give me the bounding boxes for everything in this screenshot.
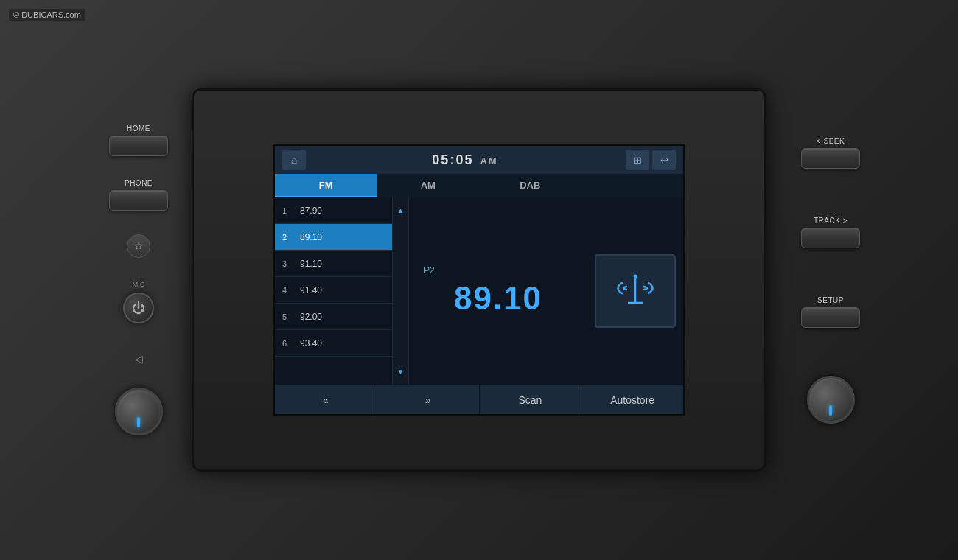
track-btn-group: TRACK >: [801, 217, 860, 248]
radio-tabs: FM AM DAB: [275, 174, 683, 197]
setup-label: SETUP: [817, 296, 844, 304]
home-btn-group: HOME: [109, 125, 168, 156]
mic-label: MIC: [133, 281, 145, 288]
clock-time: 05:05: [432, 153, 473, 167]
rewind-button[interactable]: «: [275, 385, 377, 414]
left-knob-container: [115, 388, 163, 435]
setup-btn-group: SETUP: [801, 296, 860, 328]
topbar-icons: ⊞ ↩: [626, 150, 676, 170]
track-button[interactable]: [801, 228, 860, 248]
preset-freq-5: 92.00: [300, 312, 322, 322]
phone-label: PHONE: [125, 179, 153, 187]
tab-fm[interactable]: FM: [275, 174, 377, 197]
grid-view-button[interactable]: ⊞: [626, 150, 649, 170]
right-knob[interactable]: [807, 376, 855, 424]
scroll-up-button[interactable]: ▲: [394, 203, 408, 217]
car-panel: © DUBICARS.com HOME PHONE ☆ MIC ⏻ ◁: [0, 0, 958, 560]
back-icon: ↩: [660, 155, 668, 166]
preset-list: 1 87.90 2 89.10 3 91.10 4 91.40: [275, 197, 393, 385]
grid-icon: ⊞: [634, 155, 642, 166]
preset-freq-1: 87.90: [300, 206, 322, 216]
phone-button[interactable]: [109, 190, 168, 211]
power-area: MIC ⏻: [123, 281, 154, 323]
seek-button[interactable]: [801, 148, 860, 169]
home-icon: ⌂: [291, 154, 297, 166]
screen-bezel: ⌂ 05:05 AM ⊞ ↩ FM AM: [273, 144, 685, 416]
volume-label: ◁: [135, 353, 143, 365]
station-frequency-display: 89.10: [454, 280, 542, 317]
preset-freq-3: 91.10: [300, 259, 322, 269]
home-button[interactable]: [109, 136, 168, 156]
right-buttons: < SEEK TRACK > SETUP: [801, 91, 860, 469]
station-preset-label: P2: [424, 265, 435, 276]
screen-topbar: ⌂ 05:05 AM ⊞ ↩: [275, 146, 683, 174]
home-label: HOME: [127, 125, 150, 133]
right-knob-container: [807, 376, 855, 424]
tab-dab[interactable]: DAB: [479, 174, 581, 197]
preset-freq-6: 93.40: [300, 338, 322, 349]
signal-icon: [613, 266, 657, 317]
scroll-down-button[interactable]: ▼: [394, 365, 408, 379]
preset-num-4: 4: [282, 286, 294, 295]
svg-point-2: [634, 274, 637, 278]
signal-icon-box: [595, 254, 676, 328]
watermark: © DUBICARS.com: [9, 9, 85, 21]
phone-btn-group: PHONE: [109, 179, 168, 211]
star-button[interactable]: ☆: [127, 234, 150, 258]
scan-button[interactable]: Scan: [480, 385, 582, 414]
forward-button[interactable]: »: [377, 385, 480, 414]
preset-num-2: 2: [282, 233, 294, 242]
preset-item-6[interactable]: 6 93.40: [275, 330, 392, 357]
clock-ampm: AM: [480, 155, 497, 167]
center-display: P2 89.10: [409, 197, 587, 385]
tab-am[interactable]: AM: [377, 174, 480, 197]
seek-btn-group: < SEEK: [801, 137, 860, 169]
preset-num-5: 5: [282, 312, 294, 321]
power-button[interactable]: ⏻: [123, 293, 154, 323]
setup-button[interactable]: [801, 307, 860, 328]
scroll-area: ▲ ▼: [393, 197, 409, 385]
preset-item-3[interactable]: 3 91.10: [275, 251, 392, 277]
screen-home-button[interactable]: ⌂: [282, 150, 306, 170]
preset-freq-4: 91.40: [300, 285, 322, 295]
screen-bottom-buttons: « » Scan Autostore: [275, 385, 683, 414]
track-label: TRACK >: [814, 217, 847, 225]
preset-num-1: 1: [282, 206, 294, 215]
preset-item-2[interactable]: 2 89.10: [275, 224, 392, 251]
back-button[interactable]: ↩: [652, 150, 676, 170]
preset-num-6: 6: [282, 339, 294, 348]
preset-freq-2: 89.10: [300, 232, 322, 242]
left-buttons: HOME PHONE ☆ MIC ⏻ ◁: [109, 91, 168, 469]
preset-num-3: 3: [282, 259, 294, 268]
screen-main: 1 87.90 2 89.10 3 91.10 4 91.40: [275, 197, 683, 385]
preset-item-1[interactable]: 1 87.90: [275, 197, 392, 224]
seek-label: < SEEK: [817, 137, 845, 145]
preset-item-5[interactable]: 5 92.00: [275, 304, 392, 330]
preset-item-4[interactable]: 4 91.40: [275, 277, 392, 304]
head-unit: HOME PHONE ☆ MIC ⏻ ◁ < SEEK: [192, 88, 766, 472]
autostore-button[interactable]: Autostore: [581, 385, 683, 414]
left-knob[interactable]: [115, 388, 163, 435]
clock-display: 05:05 AM: [313, 153, 618, 168]
